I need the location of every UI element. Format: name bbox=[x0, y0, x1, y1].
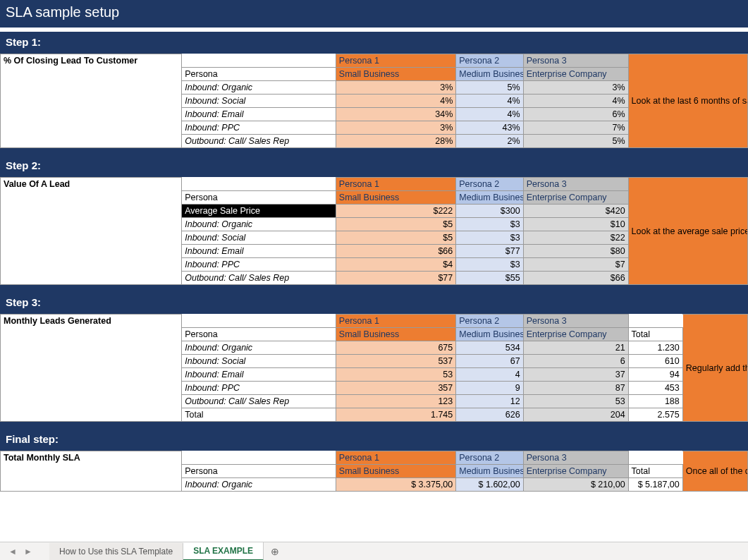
row-social[interactable]: Inbound: Social bbox=[182, 95, 336, 108]
row-email[interactable]: Inbound: Email bbox=[182, 108, 336, 121]
tab-howto[interactable]: How to Use this SLA Template bbox=[49, 543, 183, 560]
note-step2: Look at the average sale price o persona… bbox=[628, 178, 747, 285]
add-sheet-icon[interactable]: ⊕ bbox=[264, 543, 286, 560]
step3-label: Monthly Leads Generated bbox=[1, 315, 182, 422]
row-avg-sale[interactable]: Average Sale Price bbox=[182, 205, 336, 218]
final-label: Total Monthly SLA bbox=[1, 451, 182, 492]
tab-sla-example[interactable]: SLA EXAMPLE bbox=[183, 542, 264, 561]
nav-next-icon[interactable]: ► bbox=[24, 547, 32, 556]
row-ppc[interactable]: Inbound: PPC bbox=[182, 121, 336, 135]
note-step3: Regularly add the you are generatin each… bbox=[682, 315, 747, 422]
col-total[interactable]: Total bbox=[628, 328, 682, 341]
col-persona1[interactable]: Persona 1 bbox=[336, 54, 455, 68]
table-final: Total Monthly SLA Persona 1 Persona 2 Pe… bbox=[0, 451, 748, 492]
step3-header: Step 3: bbox=[0, 292, 748, 314]
step2-header: Step 2: bbox=[0, 155, 748, 177]
final-header: Final step: bbox=[0, 429, 748, 451]
row-persona[interactable]: Persona bbox=[182, 68, 336, 81]
page-title: SLA sample setup bbox=[0, 0, 748, 28]
table-step2: Value Of A Lead Persona 1 Persona 2 Pers… bbox=[0, 177, 748, 285]
table-step3: Monthly Leads Generated Persona 1 Person… bbox=[0, 314, 748, 422]
step1-header: Step 1: bbox=[0, 32, 748, 54]
table-step1: % Of Closing Lead To Customer Persona 1 … bbox=[0, 54, 748, 148]
sheet-tab-bar: ◄ ► How to Use this SLA Template SLA EXA… bbox=[0, 542, 748, 560]
col-persona3[interactable]: Persona 3 bbox=[523, 54, 628, 68]
note-step1: Look at the last 6 months of sales see h… bbox=[628, 54, 747, 148]
col-persona2[interactable]: Persona 2 bbox=[456, 54, 523, 68]
step1-label: % Of Closing Lead To Customer bbox=[1, 54, 182, 148]
row-organic[interactable]: Inbound: Organic bbox=[182, 81, 336, 95]
step2-label: Value Of A Lead bbox=[1, 178, 182, 285]
note-final: Once all of the oth filled out this tabl bbox=[682, 451, 747, 492]
row-outbound[interactable]: Outbound: Call/ Sales Rep bbox=[182, 135, 336, 148]
nav-prev-icon[interactable]: ◄ bbox=[8, 547, 17, 556]
